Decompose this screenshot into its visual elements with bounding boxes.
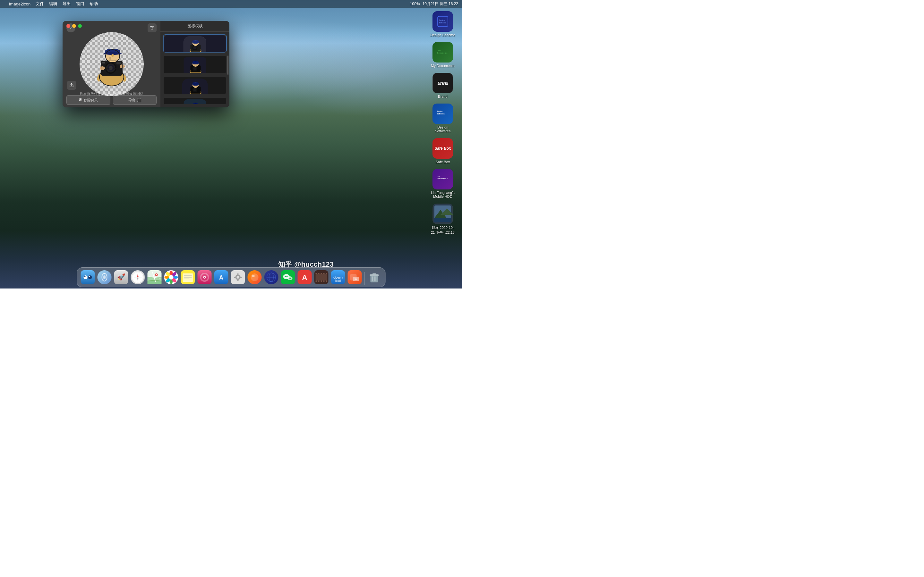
desktop-icon-design-scheme[interactable]: Design Scheme Design Scheme: [430, 11, 455, 37]
dock-item-finder[interactable]: [80, 269, 95, 285]
desktop-icon-safe-box[interactable]: Safe Box Safe Box: [433, 138, 453, 164]
svg-point-77: [84, 276, 86, 277]
template-item-android[interactable]: Android: [163, 55, 227, 73]
svg-rect-67: [192, 82, 199, 85]
share-icon: [69, 83, 74, 88]
desktop-icons: Design Scheme Design Scheme My Documents…: [430, 11, 456, 235]
finder-icon: [81, 270, 95, 284]
desktop-icon-my-documents[interactable]: My Documents My Documents: [431, 42, 454, 68]
svg-rect-126: [240, 277, 242, 278]
my-documents-label: My Documents: [431, 64, 454, 68]
menubar-right: 100% 10月21日 周三 16:22: [410, 1, 458, 7]
svg-point-122: [237, 276, 239, 279]
dock-item-acrobat[interactable]: A: [297, 269, 312, 285]
filter-button[interactable]: [148, 23, 157, 32]
dock-item-appstore[interactable]: A: [214, 269, 229, 285]
desktop-icon-screenshot[interactable]: 截屏 2020-10-21 下午4.22.18: [430, 203, 456, 235]
template-item-ios[interactable]: iOS: [163, 34, 227, 53]
svg-rect-39: [79, 98, 80, 100]
template-item-imessage[interactable]: iMessage: [163, 76, 227, 95]
template-item-other[interactable]: [163, 97, 227, 105]
minimize-button[interactable]: [72, 24, 76, 28]
menu-edit[interactable]: 编辑: [49, 1, 57, 7]
export-icon: [137, 98, 141, 102]
app-menu-name[interactable]: Image2icon: [9, 2, 31, 6]
system-prefs-icon: [231, 270, 245, 284]
svg-rect-151: [318, 280, 320, 282]
brand-icon: Brand: [433, 73, 453, 93]
dock-item-notes[interactable]: [180, 269, 196, 285]
desktop-icon-design-softwares[interactable]: Design Softwares Design Softwares: [430, 103, 456, 133]
svg-rect-147: [321, 273, 322, 274]
svg-rect-110: [183, 274, 193, 282]
dock-item-marble[interactable]: [247, 269, 262, 285]
svg-point-81: [103, 276, 106, 279]
marble-icon: [248, 270, 262, 284]
dock-item-system-prefs[interactable]: [230, 269, 246, 285]
svg-rect-0: [438, 16, 448, 27]
launchpad-icon: 🚀: [114, 270, 128, 284]
wechat-icon: [281, 270, 295, 284]
svg-text:Scheme: Scheme: [439, 22, 447, 24]
dock-item-image2icon[interactable]: 2i: [347, 269, 363, 285]
template-preview-ios: [164, 35, 226, 53]
svg-rect-44: [138, 99, 141, 102]
svg-rect-124: [237, 279, 239, 281]
svg-rect-13: [435, 218, 451, 222]
dock-item-filmstrip[interactable]: [314, 269, 329, 285]
svg-rect-145: [316, 273, 317, 274]
dock-item-safari[interactable]: [130, 269, 145, 285]
remove-background-button[interactable]: 移除背景: [66, 95, 110, 105]
panel-header: 图标模板: [160, 21, 229, 32]
svg-point-58: [194, 67, 197, 70]
svg-text:Design: Design: [439, 19, 445, 21]
svg-point-140: [290, 278, 291, 279]
svg-rect-154: [326, 280, 327, 282]
dock-item-siri[interactable]: [97, 269, 112, 285]
svg-rect-74: [81, 270, 95, 284]
right-panel: 图标模板: [160, 21, 229, 107]
export-button[interactable]: 导出: [113, 95, 157, 105]
svg-point-65: [194, 88, 197, 91]
svg-rect-27: [102, 62, 105, 63]
dock-item-maps[interactable]: [147, 269, 162, 285]
svg-rect-125: [234, 277, 236, 278]
close-button[interactable]: [66, 24, 70, 28]
maps-icon: [148, 270, 162, 284]
appstore-icon: A: [214, 270, 228, 284]
dock-item-proxy[interactable]: [264, 269, 279, 285]
maximize-button[interactable]: [78, 24, 82, 28]
share-button[interactable]: [67, 81, 76, 90]
menubar-left: Image2icon 文件 编辑 导出 窗口 帮助: [4, 1, 98, 7]
filmstrip-icon: [314, 270, 328, 284]
dock-item-wechat[interactable]: [280, 269, 296, 285]
menu-export[interactable]: 导出: [63, 1, 71, 7]
screenshot-label: 截屏 2020-10-21 下午4.22.18: [430, 226, 456, 235]
dock-item-trash[interactable]: [367, 269, 382, 285]
svg-text:Documents: Documents: [437, 52, 447, 54]
svg-rect-42: [80, 100, 81, 101]
dock-item-download[interactable]: down load: [330, 269, 346, 285]
menu-file[interactable]: 文件: [36, 1, 44, 7]
svg-rect-123: [237, 274, 239, 276]
lin-icon: LIN FANGLIANG'S: [433, 169, 453, 189]
svg-point-129: [252, 275, 255, 277]
svg-rect-73: [192, 103, 199, 105]
menu-battery: 100%: [410, 2, 420, 6]
svg-text:Design: Design: [437, 110, 443, 112]
dock-item-launchpad[interactable]: 🚀: [113, 269, 129, 285]
svg-rect-153: [323, 280, 325, 282]
menu-help[interactable]: 帮助: [89, 1, 98, 7]
desktop-icon-lin[interactable]: LIN FANGLIANG'S Lin Fangliang's Mobile H…: [430, 169, 456, 198]
dock-item-music[interactable]: [197, 269, 212, 285]
design-softwares-label: Design Softwares: [430, 125, 456, 133]
design-softwares-icon: Design Softwares: [433, 103, 453, 124]
svg-rect-152: [321, 280, 322, 282]
svg-point-75: [84, 276, 87, 279]
dock-item-photos[interactable]: [164, 269, 179, 285]
menu-window[interactable]: 窗口: [76, 1, 84, 7]
svg-rect-146: [318, 273, 320, 274]
template-preview-other: [164, 98, 226, 105]
menubar: Image2icon 文件 编辑 导出 窗口 帮助 100% 10月21日 周三…: [0, 0, 462, 8]
desktop-icon-brand[interactable]: Brand Brand: [433, 73, 453, 98]
